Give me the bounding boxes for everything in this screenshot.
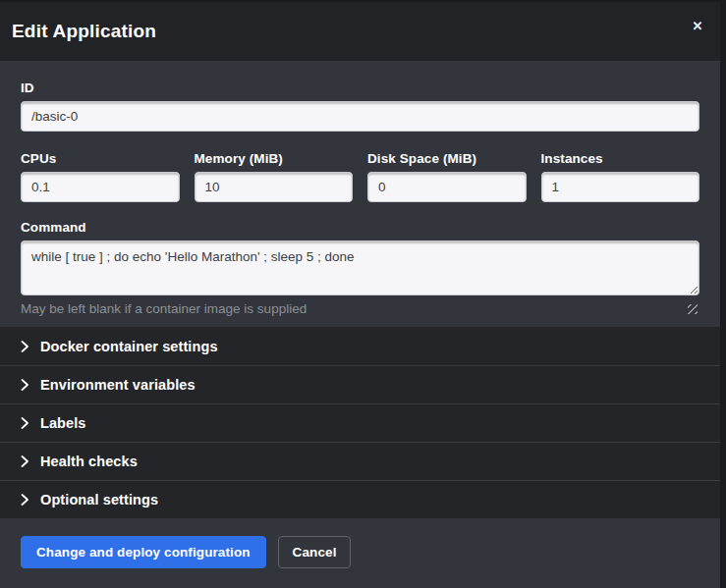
modal-title: Edit Application	[12, 21, 156, 42]
accordion-row-environment-variables[interactable]: Environment variables	[0, 365, 720, 403]
close-icon[interactable]: ✕	[687, 16, 708, 37]
command-help-text: May be left blank if a container image i…	[21, 301, 699, 316]
accordion-label: Health checks	[40, 454, 138, 469]
accordion-label: Docker container settings	[40, 339, 218, 354]
disk-input[interactable]	[367, 172, 527, 202]
disk-field-group: Disk Space (MiB)	[367, 151, 527, 202]
memory-field-group: Memory (MiB)	[195, 151, 354, 202]
accordion: Docker container settings Environment va…	[0, 327, 720, 518]
command-label: Command	[21, 220, 699, 235]
command-textarea[interactable]: while [ true ] ; do echo 'Hello Marathon…	[21, 241, 699, 295]
cancel-button[interactable]: Cancel	[278, 536, 352, 568]
chevron-right-icon	[21, 417, 29, 429]
accordion-row-optional-settings[interactable]: Optional settings	[0, 480, 720, 518]
chevron-right-icon	[21, 455, 29, 467]
chevron-right-icon	[21, 379, 29, 391]
accordion-row-docker-container-settings[interactable]: Docker container settings	[0, 327, 720, 365]
memory-input[interactable]	[195, 172, 354, 202]
accordion-label: Labels	[40, 415, 86, 431]
accordion-row-health-checks[interactable]: Health checks	[0, 442, 720, 480]
edit-application-modal: Edit Application ✕ ID CPUs Memory (MiB) …	[0, 2, 720, 588]
instances-field-group: Instances	[541, 151, 700, 202]
modal-footer: Change and deploy configuration Cancel	[0, 518, 720, 588]
accordion-label: Environment variables	[40, 377, 195, 393]
instances-input[interactable]	[541, 172, 700, 202]
modal-body: ID CPUs Memory (MiB) Disk Space (MiB) In…	[0, 61, 720, 327]
modal-header: Edit Application ✕	[0, 2, 720, 61]
disk-label: Disk Space (MiB)	[367, 151, 527, 166]
change-and-deploy-button[interactable]: Change and deploy configuration	[21, 536, 266, 568]
id-label: ID	[21, 80, 699, 95]
resources-grid: CPUs Memory (MiB) Disk Space (MiB) Insta…	[21, 151, 699, 202]
cpus-field-group: CPUs	[21, 151, 180, 202]
accordion-row-labels[interactable]: Labels	[0, 403, 720, 442]
memory-label: Memory (MiB)	[195, 151, 354, 166]
instances-label: Instances	[541, 151, 700, 166]
id-field-group: ID	[21, 80, 699, 132]
cpus-input[interactable]	[21, 172, 180, 202]
chevron-right-icon	[21, 341, 29, 352]
chevron-right-icon	[21, 494, 29, 506]
cpus-label: CPUs	[21, 151, 180, 166]
accordion-label: Optional settings	[40, 492, 158, 508]
id-input[interactable]	[21, 101, 699, 132]
command-field-group: Command while [ true ] ; do echo 'Hello …	[21, 220, 699, 316]
